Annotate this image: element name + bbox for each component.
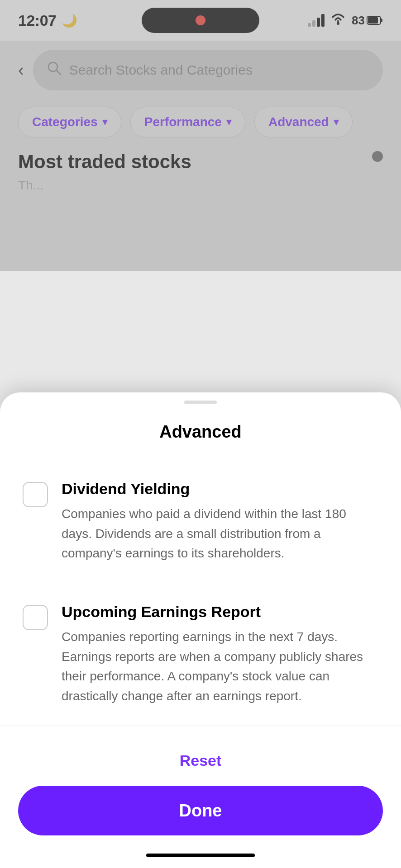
background-content: ‹ Search Stocks and Categories Categorie… bbox=[0, 41, 401, 193]
dividend-yielding-option[interactable]: Dividend Yielding Companies who paid a d… bbox=[0, 460, 401, 583]
performance-label: Performance bbox=[144, 115, 222, 129]
upcoming-earnings-title: Upcoming Earnings Report bbox=[62, 603, 378, 621]
reset-button[interactable]: Reset bbox=[18, 742, 383, 778]
advanced-chevron: ▾ bbox=[334, 116, 339, 128]
search-placeholder: Search Stocks and Categories bbox=[69, 62, 253, 78]
back-button[interactable]: ‹ bbox=[18, 61, 24, 80]
moon-icon: 🌙 bbox=[62, 13, 77, 28]
svg-point-4 bbox=[48, 62, 57, 71]
advanced-label: Advanced bbox=[268, 115, 329, 129]
search-bar[interactable]: Search Stocks and Categories bbox=[33, 50, 383, 90]
done-button[interactable]: Done bbox=[18, 786, 383, 835]
dividend-yielding-content: Dividend Yielding Companies who paid a d… bbox=[62, 480, 378, 563]
sheet-handle-row bbox=[0, 392, 401, 409]
home-bar bbox=[146, 854, 255, 857]
sheet-title: Advanced bbox=[0, 409, 401, 460]
svg-rect-2 bbox=[381, 19, 382, 22]
dividend-yielding-title: Dividend Yielding bbox=[62, 480, 378, 498]
section-title: Most traded stocks bbox=[18, 151, 383, 173]
status-time: 12:07 bbox=[18, 12, 56, 29]
svg-point-0 bbox=[337, 22, 339, 25]
dot-indicator bbox=[372, 151, 383, 162]
dynamic-island bbox=[142, 8, 259, 33]
sheet-handle bbox=[184, 401, 217, 404]
search-icon bbox=[47, 61, 62, 80]
svg-line-5 bbox=[57, 71, 61, 75]
svg-rect-3 bbox=[368, 17, 378, 24]
performance-chevron: ▾ bbox=[226, 116, 231, 128]
categories-chevron: ▾ bbox=[102, 116, 107, 128]
upcoming-earnings-desc: Companies reporting earnings in the next… bbox=[62, 627, 378, 706]
advanced-chip[interactable]: Advanced ▾ bbox=[254, 107, 353, 137]
section-desc: Th... bbox=[18, 178, 383, 193]
upcoming-earnings-content: Upcoming Earnings Report Companies repor… bbox=[62, 603, 378, 706]
signal-icon bbox=[308, 14, 325, 27]
search-row: ‹ Search Stocks and Categories bbox=[18, 50, 383, 90]
battery-level: 83 bbox=[352, 14, 365, 28]
dividend-yielding-checkbox[interactable] bbox=[23, 482, 48, 507]
status-icons: 83 bbox=[308, 13, 383, 28]
upcoming-earnings-checkbox[interactable] bbox=[23, 605, 48, 630]
performance-chip[interactable]: Performance ▾ bbox=[130, 107, 245, 137]
bottom-sheet: Advanced Dividend Yielding Companies who… bbox=[0, 392, 401, 868]
bottom-actions: Reset Done bbox=[0, 726, 401, 844]
categories-label: Categories bbox=[32, 115, 98, 129]
filter-chips: Categories ▾ Performance ▾ Advanced ▾ bbox=[18, 107, 383, 137]
battery-icon: 83 bbox=[352, 14, 383, 28]
categories-chip[interactable]: Categories ▾ bbox=[18, 107, 121, 137]
upcoming-earnings-option[interactable]: Upcoming Earnings Report Companies repor… bbox=[0, 583, 401, 726]
status-bar: 12:07 🌙 83 bbox=[0, 0, 401, 41]
home-indicator bbox=[0, 844, 401, 868]
wifi-icon bbox=[330, 13, 346, 28]
dividend-yielding-desc: Companies who paid a dividend within the… bbox=[62, 504, 378, 563]
recording-indicator bbox=[196, 15, 205, 25]
